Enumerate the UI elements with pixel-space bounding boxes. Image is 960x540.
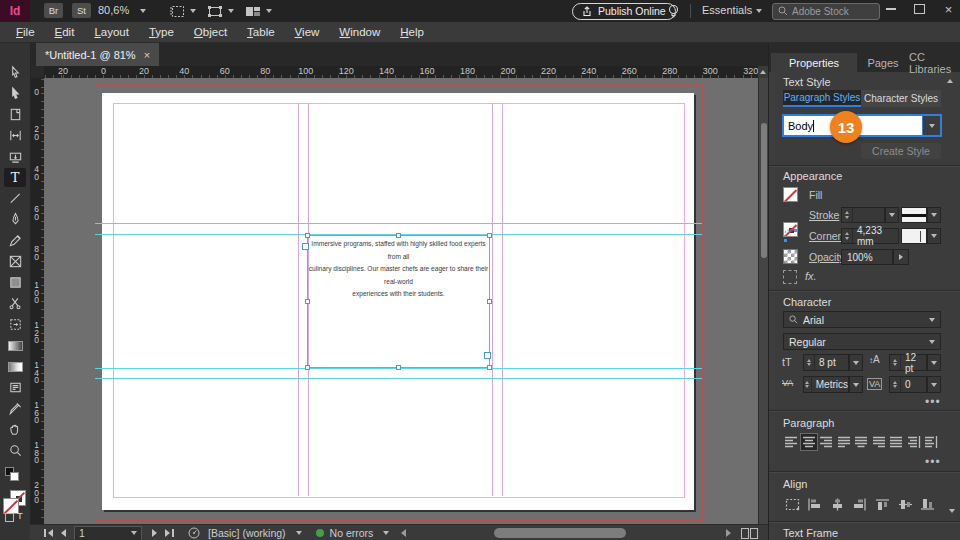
corner-shape-dropdown-icon[interactable] — [927, 228, 941, 244]
character-styles-tab[interactable]: Character Styles — [861, 90, 941, 107]
text-frame[interactable]: Immersive programs, staffed with highly … — [307, 235, 490, 368]
horizontal-scrollbar[interactable] — [412, 527, 720, 539]
type-tool[interactable]: T — [4, 168, 26, 187]
document-canvas[interactable]: Immersive programs, staffed with highly … — [44, 78, 758, 524]
create-style-button[interactable]: Create Style — [861, 143, 941, 159]
effects-fx-button[interactable]: fx. — [805, 270, 817, 282]
zoom-level-value[interactable]: 80,6% — [98, 4, 129, 16]
menu-table[interactable]: Table — [237, 26, 285, 38]
workspace-switcher[interactable]: Essentials — [702, 4, 752, 16]
align-vertical-centers-button[interactable] — [896, 496, 914, 512]
kerning-stepper[interactable]: Metrics — [803, 376, 849, 393]
content-collector-tool[interactable] — [4, 147, 26, 166]
text-frame-in-port[interactable] — [302, 243, 309, 250]
frame-handle-top-center[interactable] — [396, 233, 401, 238]
formatting-affects-container-icon[interactable] — [5, 513, 14, 522]
menu-layout[interactable]: Layout — [84, 26, 139, 38]
line-tool[interactable] — [4, 189, 26, 208]
minimize-button[interactable] — [876, 0, 905, 18]
character-more-options[interactable]: ••• — [925, 395, 941, 409]
frame-handle-bottom-left[interactable] — [305, 365, 310, 370]
tracking-dropdown-icon[interactable] — [927, 376, 941, 393]
opacity-label[interactable]: Opacity — [809, 251, 845, 263]
page-number-input[interactable]: 1 — [74, 526, 142, 540]
leading-stepper[interactable]: 12 pt — [889, 354, 927, 371]
align-right-edges-button[interactable] — [851, 496, 869, 512]
last-page-button[interactable] — [165, 529, 174, 537]
stroke-type-preview[interactable] — [901, 207, 927, 223]
style-name-input[interactable]: Body — [782, 114, 942, 137]
collapse-section-icon[interactable] — [947, 79, 953, 83]
hand-tool[interactable] — [4, 420, 26, 439]
rectangle-tool[interactable] — [4, 273, 26, 292]
stroke-type-dropdown-icon[interactable] — [927, 207, 941, 223]
stroke-weight-dropdown-icon[interactable] — [885, 207, 899, 223]
gradient-swatch-tool[interactable] — [4, 336, 26, 355]
paragraph-styles-tab[interactable]: Paragraph Styles — [783, 90, 861, 107]
publish-online-button[interactable]: Publish Online — [572, 3, 676, 20]
stroke-weight-stepper[interactable] — [841, 207, 885, 223]
menu-window[interactable]: Window — [329, 26, 390, 38]
gradient-feather-tool[interactable] — [4, 357, 26, 376]
panel-scroll-down-icon[interactable] — [949, 509, 955, 513]
pencil-tool[interactable] — [4, 231, 26, 250]
next-page-button[interactable] — [152, 529, 157, 537]
free-transform-tool[interactable] — [4, 315, 26, 334]
tab-properties[interactable]: Properties — [771, 53, 857, 72]
arrange-documents-icon[interactable] — [244, 4, 262, 18]
justify-last-right-button[interactable] — [871, 434, 887, 450]
vertical-ruler[interactable]: 02 04 06 08 01 0 01 2 01 4 01 6 01 8 02 … — [30, 78, 45, 524]
frame-handle-bottom-center[interactable] — [396, 365, 401, 370]
corner-shape-preview[interactable] — [901, 228, 927, 244]
preflight-icon[interactable] — [188, 527, 200, 539]
corner-radius-stepper[interactable]: 4,233 mm — [841, 228, 899, 244]
menu-file[interactable]: File — [6, 26, 45, 38]
align-center-button[interactable] — [801, 434, 817, 450]
justify-all-button[interactable] — [888, 434, 904, 450]
page-tool[interactable] — [4, 105, 26, 124]
corner-label[interactable]: Corner — [809, 230, 841, 242]
tab-pages[interactable]: Pages — [857, 53, 909, 72]
maximize-button[interactable] — [905, 0, 934, 18]
note-tool[interactable] — [4, 378, 26, 397]
stroke-label[interactable]: Stroke — [809, 209, 839, 221]
align-to-selector-icon[interactable] — [783, 496, 801, 512]
justify-last-center-button[interactable] — [853, 434, 869, 450]
view-options-dropdown-icon[interactable] — [190, 9, 196, 13]
preflight-profile[interactable]: [Basic] (working) — [208, 527, 286, 539]
font-style-select[interactable]: Regular — [783, 333, 941, 350]
opacity-expand-button[interactable] — [893, 249, 909, 265]
formatting-affects-text-icon[interactable]: T — [17, 510, 23, 521]
kerning-dropdown-icon[interactable] — [849, 376, 863, 393]
preflight-status[interactable]: No errors — [330, 527, 374, 539]
paragraph-more-options[interactable]: ••• — [925, 455, 941, 469]
ruler-guide[interactable] — [95, 223, 702, 224]
arrange-documents-dropdown-icon[interactable] — [266, 9, 272, 13]
align-left-edges-button[interactable] — [806, 496, 824, 512]
adobe-stock-search-input[interactable]: Adobe Stock — [772, 3, 880, 20]
font-size-stepper[interactable]: 8 pt — [803, 354, 849, 371]
preflight-status-dropdown-icon[interactable] — [383, 531, 389, 535]
pen-tool[interactable] — [4, 210, 26, 229]
align-left-button[interactable] — [783, 434, 799, 450]
scroll-left-arrow[interactable] — [401, 529, 406, 537]
direct-selection-tool[interactable] — [4, 84, 26, 103]
selection-tool[interactable] — [4, 63, 26, 82]
lightbulb-icon[interactable] — [664, 2, 682, 20]
frame-handle-bottom-right[interactable] — [487, 365, 492, 370]
workspace-dropdown-icon[interactable] — [756, 9, 762, 13]
menu-object[interactable]: Object — [184, 26, 237, 38]
scissors-tool[interactable] — [4, 294, 26, 313]
scroll-up-arrow[interactable] — [758, 66, 768, 78]
text-frame-out-port[interactable] — [484, 352, 491, 359]
leading-dropdown-icon[interactable] — [927, 354, 941, 371]
align-top-edges-button[interactable] — [873, 496, 891, 512]
align-horizontal-centers-button[interactable] — [828, 496, 846, 512]
font-size-dropdown-icon[interactable] — [849, 354, 863, 371]
tracking-stepper[interactable]: 0 — [889, 376, 927, 393]
spread-view-icon[interactable] — [741, 528, 758, 539]
fill-swatch[interactable] — [783, 187, 798, 202]
first-page-button[interactable] — [44, 529, 53, 537]
swap-fill-stroke-icon[interactable] — [10, 472, 19, 481]
menu-type[interactable]: Type — [139, 26, 184, 38]
